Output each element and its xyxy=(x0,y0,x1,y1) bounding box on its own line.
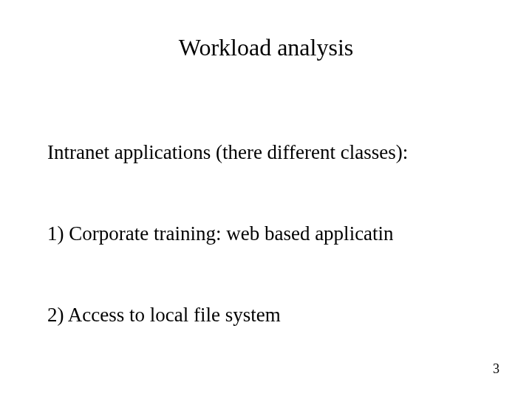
page-number: 3 xyxy=(493,361,499,377)
list-item: 1) Corporate training: web based applica… xyxy=(47,222,488,247)
intro-text: Intranet applications (there different c… xyxy=(47,140,488,166)
slide-title: Workload analysis xyxy=(0,34,532,61)
slide: Workload analysis Intranet applications … xyxy=(0,0,532,399)
list-item: 2) Access to local file system xyxy=(47,303,488,328)
